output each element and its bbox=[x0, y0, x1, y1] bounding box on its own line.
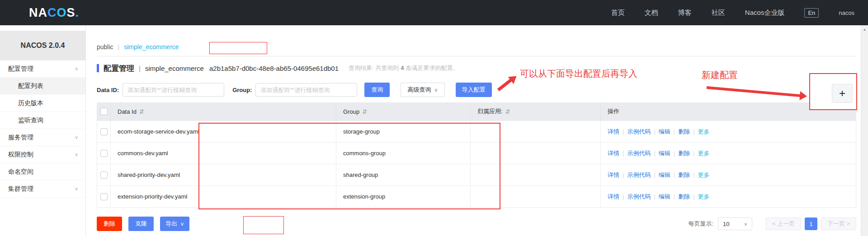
cell-group: storage-group bbox=[336, 121, 471, 142]
column-header-group[interactable]: Group ⇵ bbox=[336, 102, 471, 120]
cell-app bbox=[471, 186, 601, 207]
action-sample-code-link[interactable]: 示例代码 bbox=[627, 149, 651, 157]
prev-page-button[interactable]: < 上一页 bbox=[766, 217, 801, 230]
query-result-text: 查询结果: 共查询到4条满足要求的配置。 bbox=[349, 64, 458, 72]
tab-namespace-public[interactable]: public bbox=[97, 43, 113, 51]
page-size-label: 每页显示: bbox=[688, 220, 713, 228]
action-detail-link[interactable]: 详情 bbox=[608, 171, 619, 179]
page-size-select[interactable]: 10 ∨ bbox=[718, 217, 752, 230]
data-id-input[interactable] bbox=[123, 83, 224, 97]
nav-blog[interactable]: 博客 bbox=[678, 9, 692, 17]
namespace-uuid: a2b1a5b7-d0bc-48e8-ab65-04695e61db01 bbox=[209, 65, 339, 72]
namespace-name: simple_ecommerce bbox=[145, 65, 204, 72]
logo-part: NA bbox=[29, 6, 47, 19]
column-header-operations: 操作 bbox=[601, 102, 856, 120]
new-config-button[interactable]: + bbox=[832, 84, 853, 103]
language-toggle[interactable]: En bbox=[804, 8, 819, 18]
row-checkbox[interactable] bbox=[100, 150, 108, 157]
nav-community[interactable]: 社区 bbox=[712, 9, 725, 17]
sidebar-item-label: 服务管理 bbox=[8, 134, 33, 142]
logo-part: C bbox=[47, 6, 57, 19]
nav-home[interactable]: 首页 bbox=[611, 9, 625, 17]
title-accent-bar bbox=[97, 64, 99, 72]
advanced-search-button[interactable]: 高级查询 ∨ bbox=[401, 83, 444, 97]
cell-operations: 详情 | 示例代码 | 编辑 | 删除 | 更多 bbox=[601, 164, 856, 185]
sidebar-item-label: 监听查询 bbox=[18, 116, 43, 125]
sidebar-item-label: 集群管理 bbox=[8, 185, 33, 193]
page-title-row: 配置管理 | simple_ecommerce a2b1a5b7-d0bc-48… bbox=[97, 63, 856, 74]
logo-part: S bbox=[67, 6, 75, 19]
tab-namespace-current[interactable]: simple_ecommerce bbox=[124, 43, 179, 51]
action-delete-link[interactable]: 删除 bbox=[678, 193, 690, 201]
action-more-link[interactable]: 更多 bbox=[698, 128, 710, 136]
table-row: ecom-storage-service-dev.yaml storage-gr… bbox=[97, 120, 856, 142]
action-detail-link[interactable]: 详情 bbox=[608, 149, 619, 157]
action-more-link[interactable]: 更多 bbox=[698, 149, 710, 157]
namespace-tabs: public | simple_ecommerce bbox=[97, 43, 856, 56]
sidebar-item-cluster-management[interactable]: 集群管理 ∨ bbox=[0, 180, 85, 198]
delete-button[interactable]: 删除 bbox=[97, 217, 122, 231]
action-more-link[interactable]: 更多 bbox=[698, 171, 710, 179]
sidebar-item-history[interactable]: 历史版本 bbox=[0, 95, 85, 112]
export-button[interactable]: 导出 ∨ bbox=[160, 217, 189, 231]
cell-data-id: shared-priority-dev.yaml bbox=[111, 164, 336, 185]
import-config-button[interactable]: 导入配置 bbox=[456, 83, 492, 97]
clone-button[interactable]: 克隆 bbox=[128, 217, 154, 231]
row-checkbox[interactable] bbox=[100, 193, 108, 200]
select-all-checkbox[interactable] bbox=[100, 108, 108, 115]
nav-enterprise[interactable]: Nacos企业版 bbox=[745, 9, 785, 17]
current-page[interactable]: 1 bbox=[805, 217, 817, 230]
sidebar-item-config-list[interactable]: 配置列表 bbox=[0, 78, 85, 95]
action-sample-code-link[interactable]: 示例代码 bbox=[627, 193, 651, 201]
chevron-up-icon: ∧ bbox=[75, 66, 78, 72]
action-edit-link[interactable]: 编辑 bbox=[659, 171, 670, 179]
vertical-scrollbar[interactable]: ▲ bbox=[861, 25, 868, 236]
sidebar-item-namespace[interactable]: 命名空间 bbox=[0, 163, 85, 180]
column-header-app[interactable]: 归属应用: ⇵ bbox=[471, 102, 601, 120]
sidebar-item-label: 历史版本 bbox=[18, 99, 43, 107]
sort-icon[interactable]: ⇵ bbox=[362, 108, 367, 115]
cell-group: extension-group bbox=[336, 186, 471, 207]
action-separator: | bbox=[623, 150, 624, 157]
action-separator: | bbox=[654, 128, 655, 135]
row-checkbox[interactable] bbox=[100, 171, 108, 179]
sidebar-item-permission-control[interactable]: 权限控制 ∨ bbox=[0, 146, 85, 163]
chevron-down-icon: ∨ bbox=[75, 186, 78, 192]
cell-data-id: ecom-storage-service-dev.yaml bbox=[111, 121, 336, 142]
action-detail-link[interactable]: 详情 bbox=[608, 128, 619, 136]
action-sample-code-link[interactable]: 示例代码 bbox=[627, 171, 651, 179]
column-header-data-id[interactable]: Data Id ⇵ bbox=[111, 102, 336, 120]
next-page-button[interactable]: 下一页 > bbox=[821, 217, 856, 230]
chevron-down-icon: ∨ bbox=[75, 134, 78, 140]
nav-docs[interactable]: 文档 bbox=[645, 9, 658, 17]
scroll-up-icon[interactable]: ▲ bbox=[861, 28, 868, 32]
query-result-prefix: 查询结果: 共查询到 bbox=[349, 65, 399, 71]
sidebar-item-service-management[interactable]: 服务管理 ∨ bbox=[0, 129, 85, 146]
group-input[interactable] bbox=[255, 83, 357, 97]
logo-part: O bbox=[57, 6, 67, 19]
nacos-logo[interactable]: NACOS. bbox=[29, 6, 79, 20]
action-more-link[interactable]: 更多 bbox=[698, 193, 710, 201]
sort-icon[interactable]: ⇵ bbox=[505, 108, 510, 115]
row-checkbox[interactable] bbox=[100, 128, 108, 135]
action-edit-link[interactable]: 编辑 bbox=[659, 149, 670, 157]
cell-data-id: commons-dev.yaml bbox=[111, 143, 336, 164]
action-delete-link[interactable]: 删除 bbox=[678, 128, 690, 136]
sidebar-item-config-management[interactable]: 配置管理 ∧ bbox=[0, 60, 85, 78]
action-delete-link[interactable]: 删除 bbox=[678, 149, 690, 157]
action-sample-code-link[interactable]: 示例代码 bbox=[627, 128, 651, 136]
action-edit-link[interactable]: 编辑 bbox=[659, 193, 670, 201]
action-separator: | bbox=[623, 171, 624, 178]
sidebar-version: NACOS 2.0.4 bbox=[0, 31, 85, 60]
sort-icon[interactable]: ⇵ bbox=[139, 108, 144, 115]
action-delete-link[interactable]: 删除 bbox=[678, 171, 690, 179]
advanced-search-label: 高级查询 bbox=[407, 86, 431, 94]
username[interactable]: nacos bbox=[839, 9, 854, 16]
action-detail-link[interactable]: 详情 bbox=[608, 193, 619, 201]
search-button[interactable]: 查询 bbox=[364, 83, 390, 97]
action-separator: | bbox=[654, 150, 655, 157]
sidebar-item-listener-query[interactable]: 监听查询 bbox=[0, 112, 85, 129]
caret-down-icon: ∨ bbox=[744, 222, 747, 227]
column-header-label: Group bbox=[343, 108, 359, 115]
action-edit-link[interactable]: 编辑 bbox=[659, 128, 670, 136]
